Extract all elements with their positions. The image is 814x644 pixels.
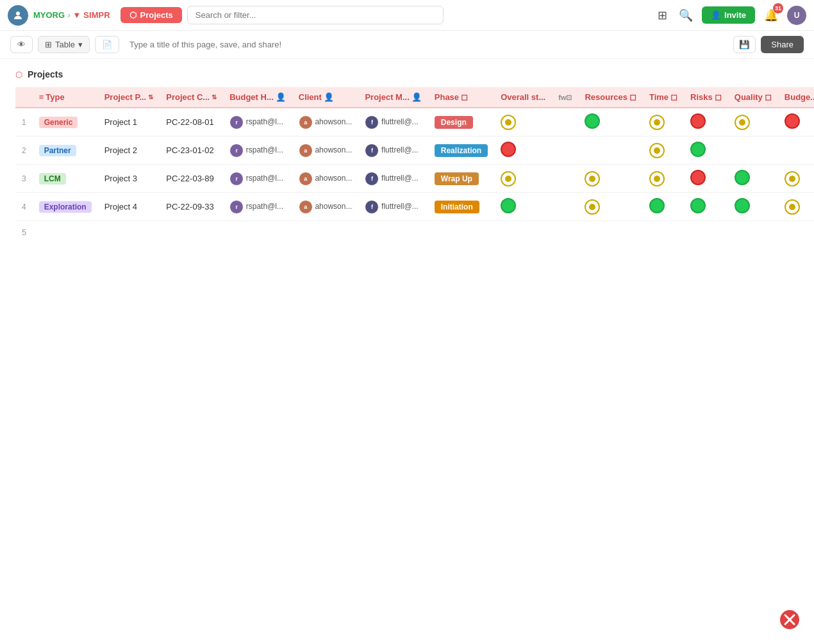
cell-resources[interactable]	[578, 193, 642, 221]
page-options-button[interactable]: 📄	[95, 36, 119, 53]
table-row[interactable]: 3 LCM Project 3 PC-22-03-89 r rspath@l..…	[15, 165, 814, 193]
cell-type[interactable]: Generic	[33, 108, 98, 136]
cell-overall-status[interactable]	[494, 136, 552, 165]
col-fw[interactable]: fw⊡	[552, 87, 578, 108]
cell-resources[interactable]	[578, 136, 642, 165]
cell-budget-holder[interactable]: r rspath@l...	[223, 136, 292, 165]
invite-button[interactable]: 👤 Invite	[702, 6, 755, 24]
cell-project-code[interactable]: PC-23-01-02	[160, 136, 223, 165]
projects-button[interactable]: ⬡ Projects	[120, 7, 182, 23]
cell-resources[interactable]	[578, 165, 642, 193]
cell-project-manager[interactable]: f fluttrell@...	[358, 136, 428, 165]
col-type-label: ≡ Type	[39, 92, 65, 102]
cell-budget[interactable]	[778, 136, 814, 165]
col-quality[interactable]: Quality ◻	[728, 87, 778, 108]
col-budget-h[interactable]: Budget H... 👤	[223, 87, 292, 108]
cell-client[interactable]: a ahowson...	[292, 136, 359, 165]
cell-resources[interactable]	[578, 108, 642, 136]
cell-budget[interactable]	[778, 108, 814, 136]
cell-project-manager[interactable]: f fluttrell@...	[358, 165, 428, 193]
preview-button[interactable]: 👁	[10, 36, 33, 53]
col-budget-label: Budge... ◻	[785, 92, 814, 102]
cell-overall-status[interactable]	[494, 165, 552, 193]
table-row[interactable]: 4 Exploration Project 4 PC-22-09-33 r rs…	[15, 193, 814, 221]
cell-phase[interactable]: Initiation	[428, 193, 494, 221]
cell-budget-holder[interactable]: r rspath@l...	[223, 193, 292, 221]
cell-budget-holder[interactable]: r rspath@l...	[223, 108, 292, 136]
cell-project-name[interactable]: Project 2	[98, 136, 160, 165]
cell-phase[interactable]: Design	[428, 108, 494, 136]
cell-type[interactable]: Exploration	[33, 193, 98, 221]
col-project-m[interactable]: Project M... 👤	[358, 87, 428, 108]
table-row[interactable]: 1 Generic Project 1 PC-22-08-01 r rspath…	[15, 108, 814, 136]
cell-project-code[interactable]: PC-22-08-01	[160, 108, 223, 136]
org-name[interactable]: MYORG	[33, 10, 65, 20]
avatar-client: a	[299, 200, 313, 214]
cell-overall-status[interactable]	[494, 193, 552, 221]
cell-project-name[interactable]: Project 1	[98, 108, 160, 136]
cell-type[interactable]: Partner	[33, 136, 98, 165]
cell-overall-status[interactable]	[494, 108, 552, 136]
cell-budget[interactable]	[778, 165, 814, 193]
row-number: 3	[15, 165, 33, 193]
cell-type[interactable]: LCM	[33, 165, 98, 193]
avatar-pm: f	[365, 115, 379, 129]
phase-badge: Wrap Up	[435, 172, 479, 185]
org-breadcrumb: MYORG › ▼ SIMPR	[33, 10, 110, 20]
project-name[interactable]: SIMPR	[83, 10, 110, 20]
cell-client[interactable]: a ahowson...	[292, 108, 359, 136]
cell-phase[interactable]: Realization	[428, 136, 494, 165]
col-overall-status[interactable]: Overall st...	[494, 87, 552, 108]
cell-risks[interactable]	[684, 136, 728, 165]
cell-risks[interactable]	[684, 108, 728, 136]
cell-time[interactable]	[643, 193, 684, 221]
cell-project-manager[interactable]: f fluttrell@...	[358, 108, 428, 136]
col-project-p[interactable]: Project P... ⇅	[98, 87, 160, 108]
cell-budget[interactable]	[778, 193, 814, 221]
user-avatar[interactable]: U	[787, 6, 806, 25]
col-budget[interactable]: Budge... ◻	[778, 87, 814, 108]
cell-client[interactable]: a ahowson...	[292, 165, 359, 193]
col-project-c-label: Project C... ⇅	[166, 92, 217, 102]
cell-fw	[552, 193, 578, 221]
cell-project-name[interactable]: Project 4	[98, 193, 160, 221]
cell-time[interactable]	[643, 165, 684, 193]
client-email: ahowson...	[315, 117, 352, 126]
col-resources[interactable]: Resources ◻	[578, 87, 642, 108]
col-time[interactable]: Time ◻	[643, 87, 684, 108]
cell-quality[interactable]	[728, 165, 778, 193]
col-risks[interactable]: Risks ◻	[684, 87, 728, 108]
cell-project-code[interactable]: PC-22-09-33	[160, 193, 223, 221]
save-button[interactable]: 💾	[733, 36, 756, 53]
cell-time[interactable]	[643, 108, 684, 136]
col-phase[interactable]: Phase ◻	[428, 87, 494, 108]
notifications-button[interactable]: 🔔 31	[761, 6, 781, 25]
table-header: ≡ Type Project P... ⇅ Project C... ⇅ Bud…	[15, 87, 814, 108]
budget-holder-email: rspath@l...	[246, 174, 283, 183]
cell-budget-holder[interactable]: r rspath@l...	[223, 165, 292, 193]
cell-project-name[interactable]: Project 3	[98, 165, 160, 193]
share-button[interactable]: Share	[761, 36, 804, 53]
col-client[interactable]: Client 👤	[292, 87, 359, 108]
search-button[interactable]: 🔍	[676, 6, 695, 25]
cell-risks[interactable]	[684, 193, 728, 221]
cell-quality[interactable]	[728, 108, 778, 136]
cell-project-code[interactable]: PC-22-03-89	[160, 165, 223, 193]
grid-view-button[interactable]: ⊞	[655, 6, 670, 25]
page-title-input[interactable]	[124, 37, 728, 53]
cell-project-manager[interactable]: f fluttrell@...	[358, 193, 428, 221]
cell-quality[interactable]	[728, 193, 778, 221]
table-row[interactable]: 2 Partner Project 2 PC-23-01-02 r rspath…	[15, 136, 814, 165]
cell-risks[interactable]	[684, 165, 728, 193]
add-row[interactable]: 5	[15, 221, 799, 244]
cell-quality[interactable]	[728, 136, 778, 165]
cell-phase[interactable]: Wrap Up	[428, 165, 494, 193]
table-view-button[interactable]: ⊞ Table ▾	[38, 36, 90, 53]
time-col-icon: ◻	[670, 92, 677, 102]
col-type[interactable]: ≡ Type	[33, 87, 98, 108]
search-input[interactable]	[187, 6, 444, 24]
cell-time[interactable]	[643, 136, 684, 165]
cell-client[interactable]: a ahowson...	[292, 193, 359, 221]
table-icon: ⊞	[45, 40, 52, 49]
col-project-c[interactable]: Project C... ⇅	[160, 87, 223, 108]
